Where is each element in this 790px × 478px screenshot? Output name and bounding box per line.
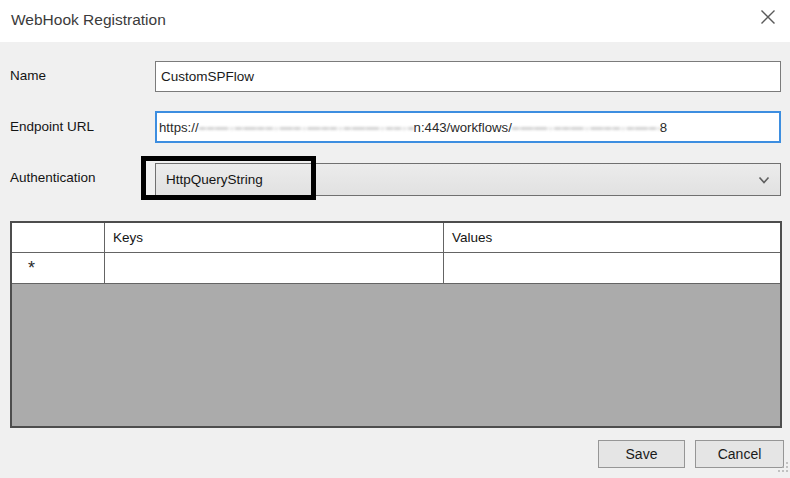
chevron-down-icon xyxy=(757,173,771,190)
grid-new-row-header: * xyxy=(12,253,105,284)
grid-cell-keys[interactable] xyxy=(105,253,444,284)
resize-grip-icon[interactable] xyxy=(776,459,789,477)
endpoint-url-label: Endpoint URL xyxy=(10,119,94,134)
grid-cell-values[interactable] xyxy=(444,253,780,284)
grid-column-header-values[interactable]: Values xyxy=(444,223,780,253)
close-button[interactable] xyxy=(758,9,778,29)
url-redacted-segment: ––—·–—––·—–·—––·–——·––·—–––·—–— xyxy=(199,120,414,135)
new-row-asterisk: * xyxy=(20,254,35,282)
authentication-label: Authentication xyxy=(10,170,96,185)
authentication-dropdown[interactable]: HttpQueryString xyxy=(155,163,781,196)
name-label: Name xyxy=(10,68,46,83)
title-bar: WebHook Registration xyxy=(0,0,790,42)
grid-new-row[interactable]: * xyxy=(12,253,780,284)
dialog-title: WebHook Registration xyxy=(11,11,166,29)
authentication-selected-value: HttpQueryString xyxy=(166,172,263,187)
grid-column-header-keys[interactable]: Keys xyxy=(105,223,444,253)
webhook-registration-dialog: WebHook Registration Name Endpoint URL h… xyxy=(0,0,790,478)
url-visible-middle: n:443/workflows/ xyxy=(414,120,512,135)
dialog-body: Name Endpoint URL https://––—·–—––·—–·—–… xyxy=(0,42,790,478)
keys-values-grid[interactable]: Keys Values * xyxy=(10,221,782,428)
url-visible-suffix: 8 xyxy=(660,120,667,135)
grid-rowheader-column xyxy=(12,223,105,253)
save-button[interactable]: Save xyxy=(598,440,685,468)
close-icon xyxy=(760,9,776,29)
name-input[interactable] xyxy=(155,61,781,92)
grid-header-row: Keys Values xyxy=(12,223,780,253)
url-visible-prefix: https:// xyxy=(159,120,199,135)
cancel-button[interactable]: Cancel xyxy=(695,440,784,468)
url-redacted-segment: –——·––—·—––·–—–·——– xyxy=(512,120,660,135)
endpoint-url-input[interactable]: https://––—·–—––·—–·—––·–——·––·—–––·—–—n… xyxy=(155,111,781,143)
